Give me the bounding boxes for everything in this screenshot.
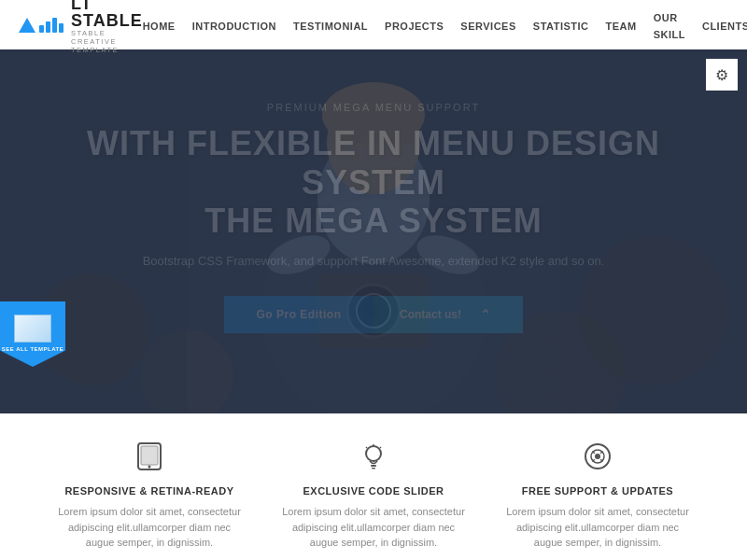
brand-logo-icon: [19, 18, 63, 33]
nav-link-services[interactable]: SERVICES: [460, 21, 515, 32]
nav-link-team[interactable]: TEAM: [606, 21, 637, 32]
feature-slider: EXCLUSIVE CODE SLIDER Lorem ipsum dolor …: [261, 441, 486, 551]
svg-rect-15: [141, 446, 158, 465]
nav-link-projects[interactable]: PROJECTS: [385, 21, 444, 32]
nav-item-ourskill[interactable]: OUR SKILL: [654, 8, 685, 42]
brand-logo-area: LT STABLE STABLE CREATIVE TEMPLATE: [19, 0, 143, 54]
svg-rect-19: [372, 468, 375, 469]
nav-item-statistic[interactable]: STATISTIC: [533, 17, 589, 34]
feature-responsive: RESPONSIVE & RETINA-READY Lorem ipsum do…: [37, 441, 261, 551]
hero-section: ⚙ SEE ALL TEMPLATE PREMIUM MEGA MENU SUP…: [0, 49, 747, 413]
nav-link-home[interactable]: HOME: [143, 21, 176, 32]
badge-label: SEE ALL TEMPLATE: [2, 346, 64, 353]
feature-slider-title: EXCLUSIVE CODE SLIDER: [303, 485, 444, 497]
gear-button[interactable]: ⚙: [706, 59, 738, 91]
logo-bar-4: [59, 23, 63, 33]
hero-background: ⚙ SEE ALL TEMPLATE PREMIUM MEGA MENU SUP…: [0, 49, 747, 413]
logo-triangle: [19, 18, 35, 33]
feature-support: FREE SUPPORT & UPDATES Lorem ipsum dolor…: [486, 441, 710, 551]
svg-point-16: [148, 466, 151, 469]
nav-item-testimonial[interactable]: TESTIMONIAL: [293, 17, 368, 34]
nav-link-testimonial[interactable]: TESTIMONIAL: [293, 21, 368, 32]
svg-line-22: [380, 447, 381, 448]
nav-item-team[interactable]: TEAM: [606, 17, 637, 34]
brand-text: LT STABLE STABLE CREATIVE TEMPLATE: [71, 0, 143, 54]
nav-item-projects[interactable]: PROJECTS: [385, 17, 444, 34]
nav-item-introduction[interactable]: INTRODUCTION: [192, 17, 276, 34]
nav-link-introduction[interactable]: INTRODUCTION: [192, 21, 276, 32]
nav-link-statistic[interactable]: STATISTIC: [533, 21, 589, 32]
svg-rect-18: [371, 465, 376, 467]
feature-slider-desc: Lorem ipsum dolor sit amet, consectetur …: [280, 504, 467, 551]
svg-point-29: [595, 454, 600, 459]
brand-subtitle: STABLE CREATIVE TEMPLATE: [71, 29, 143, 54]
support-icon: [583, 441, 613, 476]
brand-name: LT STABLE: [71, 0, 143, 29]
logo-bar-3: [52, 18, 57, 33]
nav-link-ourskill[interactable]: OUR SKILL: [654, 12, 685, 40]
logo-bar-1: [39, 25, 44, 33]
feature-support-desc: Lorem ipsum dolor sit amet, consectetur …: [504, 504, 691, 551]
tablet-icon: [134, 441, 164, 476]
hero-overlay: [0, 49, 747, 413]
nav-item-services[interactable]: SERVICES: [460, 17, 515, 34]
navbar: LT STABLE STABLE CREATIVE TEMPLATE HOME …: [0, 0, 747, 49]
feature-support-title: FREE SUPPORT & UPDATES: [522, 485, 673, 497]
badge-thumbnail: [14, 315, 51, 343]
bulb-icon: [359, 441, 388, 476]
svg-line-21: [366, 447, 367, 448]
nav-item-clients[interactable]: CLIENTS: [702, 17, 747, 34]
svg-point-17: [366, 446, 381, 461]
nav-item-home[interactable]: HOME: [143, 17, 176, 34]
features-section: RESPONSIVE & RETINA-READY Lorem ipsum do…: [0, 413, 747, 560]
logo-bar-2: [46, 21, 50, 33]
feature-responsive-title: RESPONSIVE & RETINA-READY: [64, 485, 233, 497]
feature-responsive-desc: Lorem ipsum dolor sit amet, consectetur …: [56, 504, 243, 551]
nav-link-clients[interactable]: CLIENTS: [702, 21, 747, 32]
nav-links: HOME INTRODUCTION TESTIMONIAL PROJECTS S…: [143, 8, 747, 42]
